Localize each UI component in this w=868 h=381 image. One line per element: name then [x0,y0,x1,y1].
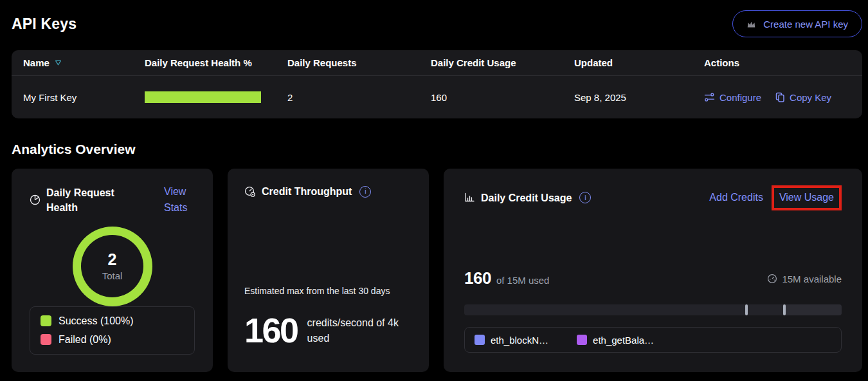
view-stats-link[interactable]: View Stats [164,184,195,216]
health-bar [145,91,261,103]
api-keys-table: Name Daily Request Health % Daily Reques… [12,50,862,118]
column-header-updated: Updated [574,57,704,68]
throughput-card-header: Credit Throughput i [244,184,412,199]
column-header-health: Daily Request Health % [145,57,287,68]
pie-chart-icon [30,194,41,205]
table-header-row: Name Daily Request Health % Daily Reques… [12,50,862,76]
health-total-value: 2 [108,251,117,269]
success-label: Success (100%) [59,315,134,327]
analytics-cards: Daily Request Health View Stats 2 Total … [12,169,862,372]
analytics-overview-title: Analytics Overview [12,142,868,156]
view-usage-link[interactable]: View Usage [779,192,834,203]
create-api-key-label: Create new API key [763,19,848,30]
health-bar-cell [145,91,287,103]
usage-available: 15M available [767,274,842,284]
throughput-value: 160 [244,316,298,346]
health-donut-hole: 2 Total [81,235,143,297]
bar-chart-icon [464,192,475,203]
column-header-name-label: Name [23,57,50,68]
daily-credit-usage-cell: 160 [431,92,574,103]
failed-swatch [41,334,51,345]
meter-icon [767,274,777,284]
sliders-icon [704,93,715,102]
actions-cell: Configure Copy Key [704,92,851,103]
credit-throughput-card: Credit Throughput i Estimated max from t… [228,169,429,372]
sort-descending-icon[interactable] [55,60,62,66]
usage-progress-bar [464,304,842,315]
failed-label: Failed (0%) [59,334,111,346]
annotation-highlight-box: View Usage [772,185,842,210]
legend-item-eth-blocknumber: eth_blockN… [475,335,548,346]
page-title: API Keys [12,15,77,33]
column-header-actions: Actions [704,57,851,68]
throughput-info-icon[interactable]: i [359,186,371,198]
copy-key-label: Copy Key [790,92,831,103]
legend-item-eth-getbalance: eth_getBala… [577,335,654,346]
daily-credit-usage-card: Daily Credit Usage i Add Credits View Us… [444,169,862,372]
usage-bar-marker [745,304,748,315]
usage-bar-marker [783,304,786,315]
health-bar-fill [145,91,261,103]
updated-cell: Sep 8, 2025 [574,92,704,103]
configure-button[interactable]: Configure [704,92,761,103]
eth-getbalance-swatch [577,335,587,345]
usage-links: Add Credits View Usage [709,185,842,210]
copy-icon [775,92,785,103]
eth-getbalance-label: eth_getBala… [593,335,654,346]
crown-icon [746,20,756,28]
usage-card-title: Daily Credit Usage [481,190,572,205]
health-donut: 2 Total [73,227,152,306]
health-donut-chart: 2 Total [30,227,195,306]
throughput-card-title: Credit Throughput [262,184,352,199]
legend-item-success: Success (100%) [41,315,184,327]
create-api-key-button[interactable]: Create new API key [732,10,862,37]
throughput-stat-block: Estimated max from the last 30 days 160 … [244,286,412,346]
throughput-subtitle: Estimated max from the last 30 days [244,286,412,296]
health-legend: Success (100%) Failed (0%) [30,306,195,355]
gauge-icon [244,186,256,198]
key-name-cell: My First Key [23,92,145,103]
eth-blocknumber-swatch [475,335,485,345]
column-header-name[interactable]: Name [23,57,145,68]
usage-used-value: 160 [464,268,491,288]
table-row[interactable]: My First Key 2 160 Sep 8, 2025 Configure [12,76,862,118]
daily-request-health-card: Daily Request Health View Stats 2 Total … [12,169,213,372]
legend-item-failed: Failed (0%) [41,334,184,346]
usage-bar-right-segment [783,304,842,315]
success-swatch [41,315,51,326]
usage-stat-row: 160 of 15M used 15M available [464,268,842,288]
copy-key-button[interactable]: Copy Key [775,92,831,103]
add-credits-link[interactable]: Add Credits [709,190,763,206]
daily-requests-cell: 2 [287,92,431,103]
health-card-header: Daily Request Health View Stats [30,184,195,216]
usage-available-label: 15M available [782,274,842,284]
eth-blocknumber-label: eth_blockN… [491,335,548,346]
health-total-label: Total [102,270,123,281]
column-header-daily-credit-usage: Daily Credit Usage [431,57,574,68]
configure-label: Configure [719,92,761,103]
health-card-title: Daily Request Health [46,185,121,215]
usage-used-suffix: of 15M used [496,275,550,286]
usage-legend: eth_blockN… eth_getBala… [464,327,842,353]
throughput-unit: credits/second of 4k used [307,315,412,346]
page-header: API Keys Create new API key [0,0,868,50]
column-header-daily-requests: Daily Requests [287,57,431,68]
dashboard-page: { "colors": { "page_bg": "#000000", "car… [0,0,868,381]
throughput-value-row: 160 credits/second of 4k used [244,315,412,346]
usage-info-icon[interactable]: i [579,192,591,203]
usage-card-header: Daily Credit Usage i Add Credits View Us… [464,185,842,210]
